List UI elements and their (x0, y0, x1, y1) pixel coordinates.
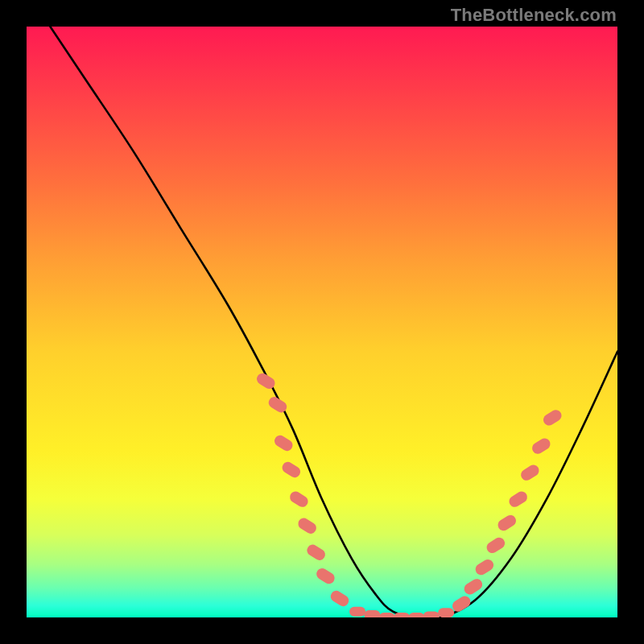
marker-pill (485, 535, 507, 555)
marker-pill (496, 513, 518, 533)
marker-pill (272, 433, 295, 453)
marker-pill (450, 594, 473, 614)
marker-pill (266, 394, 289, 415)
marker-pill (438, 608, 454, 617)
markers-right (450, 408, 564, 614)
chart-svg (27, 27, 617, 617)
marker-pill (280, 460, 303, 480)
marker-pill (408, 613, 424, 617)
markers-left (254, 371, 351, 609)
marker-pill (315, 566, 337, 586)
marker-pill (296, 516, 319, 536)
marker-pill (423, 612, 440, 617)
marker-pill (254, 371, 277, 391)
watermark-text: TheBottleneck.com (451, 5, 617, 26)
marker-pill (328, 588, 351, 609)
marker-pill (287, 489, 310, 510)
markers-bottom (349, 607, 454, 617)
marker-pill (394, 613, 410, 617)
marker-pill (541, 408, 564, 428)
marker-pill (305, 543, 328, 563)
marker-pill (530, 436, 552, 456)
marker-pill (518, 463, 541, 483)
marker-pill (507, 489, 530, 510)
marker-pill (349, 607, 365, 617)
marker-pill (462, 577, 485, 597)
marker-pill (379, 613, 395, 617)
plot-area (24, 24, 620, 620)
marker-pill (364, 610, 380, 617)
marker-pill (473, 557, 496, 577)
bottleneck-curve (50, 27, 617, 617)
